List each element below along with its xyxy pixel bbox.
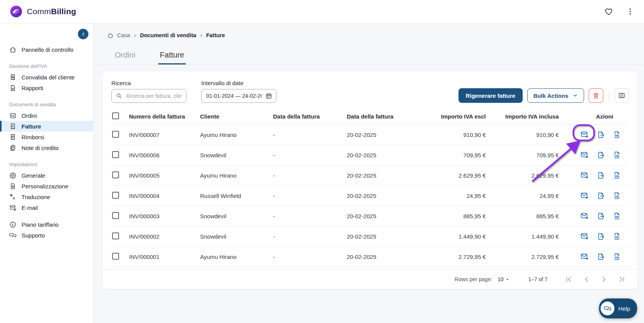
- select-all-checkbox[interactable]: [112, 112, 119, 119]
- download-xml-button[interactable]: XML: [613, 130, 621, 139]
- sidebar-item-convalida-del-cliente[interactable]: Convalida del cliente: [0, 72, 93, 82]
- tab-ordini[interactable]: Ordini: [113, 50, 137, 64]
- row-checkbox[interactable]: [112, 212, 119, 219]
- invoice-date-1: -: [273, 254, 347, 260]
- svg-text:A: A: [13, 196, 15, 200]
- sidebar-item-rapporti[interactable]: Rapporti: [0, 82, 93, 93]
- sidebar-section: Pannello di controllo: [0, 44, 93, 55]
- send-email-button[interactable]: [580, 212, 589, 220]
- date-range-filter: Intervallo di date: [201, 80, 276, 103]
- invoice-number: INV/000001: [129, 254, 200, 260]
- sidebar-collapse-button[interactable]: [78, 29, 88, 39]
- table-row: INV/000007 Ayumu Hirano - 20-02-2025 910…: [111, 125, 629, 145]
- amount-incl-vat: 709,95 €: [487, 152, 560, 158]
- export-document-button[interactable]: [596, 232, 605, 241]
- row-checkbox[interactable]: [112, 253, 119, 260]
- date-range-input[interactable]: [205, 92, 262, 99]
- tab-bar: Ordini Fatture: [93, 50, 644, 65]
- search-input-box[interactable]: [111, 89, 187, 103]
- download-xml-button[interactable]: XML: [613, 171, 621, 180]
- client-name: Ayumu Hirano: [200, 172, 273, 179]
- rows-per-page-select[interactable]: 10: [498, 276, 510, 282]
- next-page-button[interactable]: [600, 275, 608, 283]
- export-document-button[interactable]: [596, 212, 605, 220]
- export-document-button[interactable]: [596, 171, 605, 180]
- sidebar-item-ordini[interactable]: Ordini: [0, 110, 93, 121]
- client-name: Snowdevil: [200, 233, 273, 240]
- row-checkbox[interactable]: [112, 131, 119, 138]
- sidebar-item-e-mail[interactable]: E-mail: [0, 202, 93, 213]
- download-xml-button[interactable]: XML: [613, 191, 621, 200]
- regenerate-invoices-button[interactable]: Rigenerare fatture: [459, 88, 523, 103]
- export-document-button[interactable]: [596, 130, 605, 139]
- document-icon: [9, 84, 17, 92]
- xml-file-icon: XML: [613, 191, 621, 200]
- row-checkbox[interactable]: [112, 232, 119, 239]
- gear-icon: [9, 172, 17, 179]
- date-range-input-box[interactable]: [201, 89, 276, 103]
- invoice-number: INV/000006: [129, 152, 200, 158]
- col-invoice-date-1: Data della fattura: [273, 113, 347, 120]
- file-export-icon: [596, 212, 605, 220]
- last-page-button[interactable]: [618, 275, 626, 283]
- first-page-button[interactable]: [565, 275, 573, 283]
- export-document-button[interactable]: [596, 252, 605, 261]
- send-email-button[interactable]: [580, 171, 589, 180]
- col-invoice-number: Numero della fattura: [129, 113, 200, 120]
- mail-send-icon: [580, 252, 589, 261]
- amount-excl-vat: 2.729,95 €: [429, 254, 487, 260]
- breadcrumb-sales-documents[interactable]: Documenti di vendita: [140, 32, 196, 38]
- send-email-button[interactable]: [580, 151, 589, 159]
- sidebar-item-label: Generale: [22, 172, 45, 179]
- sidebar-item-rimborsi[interactable]: Rimborsi: [0, 132, 93, 142]
- sidebar-item-fatture[interactable]: €Fatture: [0, 121, 93, 132]
- col-client: Cliente: [200, 113, 273, 120]
- invoice-date-1: -: [273, 152, 347, 158]
- inbox-icon: [9, 112, 17, 119]
- sidebar-item-traduzione[interactable]: ATraduzione: [0, 191, 93, 202]
- previous-page-button[interactable]: [582, 275, 591, 283]
- sidebar-item-note-di-credito[interactable]: Note di credito: [0, 142, 93, 153]
- export-document-button[interactable]: [596, 191, 605, 200]
- download-xml-button[interactable]: XML: [613, 252, 621, 261]
- download-xml-button[interactable]: XML: [613, 232, 621, 241]
- export-document-button[interactable]: [596, 151, 605, 159]
- tab-fatture[interactable]: Fatture: [158, 50, 185, 64]
- sidebar-item-personalizzazione[interactable]: Personalizzazione: [0, 181, 93, 191]
- send-email-button[interactable]: [580, 232, 589, 241]
- sidebar-item-piano-tariffario[interactable]: €Piano tariffario: [0, 219, 93, 230]
- help-button[interactable]: Help: [599, 298, 637, 318]
- top-bar: CommBilling: [0, 0, 644, 23]
- send-email-button[interactable]: [580, 252, 589, 261]
- columns-settings-button[interactable]: [614, 88, 629, 103]
- amount-excl-vat: 2.629,95 €: [429, 172, 487, 179]
- col-amount-excl-vat: Importo IVA escl: [429, 113, 487, 120]
- support-chat-icon: [9, 232, 17, 239]
- sidebar-item-generale[interactable]: Generale: [0, 170, 93, 181]
- send-email-button[interactable]: [580, 191, 589, 200]
- receipt-return-icon: [9, 133, 17, 141]
- file-export-icon: [596, 171, 605, 180]
- row-checkbox[interactable]: [112, 192, 119, 199]
- download-xml-button[interactable]: XML: [613, 151, 621, 159]
- favorites-heart-icon[interactable]: [604, 7, 613, 16]
- search-input[interactable]: [126, 92, 182, 99]
- mail-send-icon: [580, 212, 589, 220]
- invoice-date-1: -: [273, 132, 347, 138]
- bulk-actions-button[interactable]: Bulk Actions: [527, 88, 584, 103]
- sidebar-item-supporto[interactable]: Supporto: [0, 230, 93, 241]
- amount-excl-vat: 885,95 €: [429, 213, 487, 219]
- row-checkbox[interactable]: [112, 171, 119, 178]
- svg-text:XML: XML: [614, 236, 620, 239]
- calendar-icon: [265, 92, 272, 99]
- delete-button[interactable]: [589, 88, 603, 103]
- chevron-down-icon: [505, 277, 510, 282]
- kebab-menu-icon[interactable]: [626, 7, 635, 16]
- download-xml-button[interactable]: XML: [613, 212, 621, 220]
- breadcrumb-home[interactable]: Casa: [117, 32, 130, 38]
- sidebar-item-pannello-di-controllo[interactable]: Pannello di controllo: [0, 44, 93, 55]
- invoice-date-1: -: [273, 213, 347, 219]
- row-checkbox[interactable]: [112, 151, 119, 158]
- send-email-button[interactable]: [580, 130, 589, 139]
- amount-incl-vat: 2.629,95 €: [487, 172, 560, 179]
